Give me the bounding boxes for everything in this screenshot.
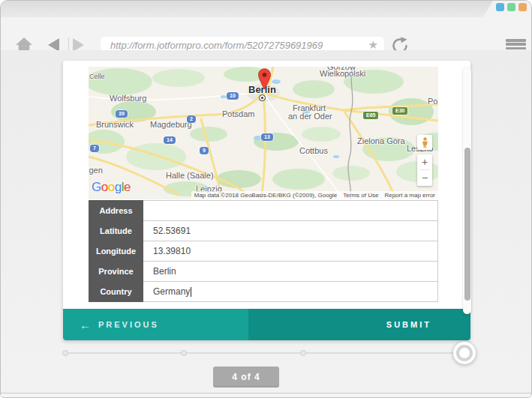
street-view-pegman-control[interactable] [417,135,432,150]
field-label: Longitude [89,241,143,262]
form-card: Celle Wolfsburg Brunswick Magdeburg Pots… [63,61,470,340]
map-data-text: Map data ©2018 GeoBasis-DE/BKG (©2009), … [191,191,341,199]
scrollbar-track[interactable] [463,67,471,314]
zoom-out-button[interactable]: − [417,170,432,185]
map-label: Brunswick [96,120,134,129]
left-arrow-icon: ← [80,319,91,331]
progress-handle-inner [456,345,473,361]
country-field[interactable]: Germany [143,281,438,302]
field-row-address: Address [89,200,438,221]
progress-dot-2 [181,350,187,356]
form-navigation: ← PREVIOUS SUBMIT [63,309,470,340]
field-label: Latitude [89,220,143,241]
road-shield: 13 [261,133,273,141]
road-shield: 10 [227,92,239,100]
road-shield: 9 [200,147,209,154]
field-label: Province [89,261,143,282]
tab-dot-blue[interactable] [496,3,504,11]
page-content: Celle Wolfsburg Brunswick Magdeburg Pots… [1,50,531,394]
map-label: Wielkopolski [320,69,365,78]
latitude-field[interactable]: 52.53691 [143,220,438,241]
location-fields: Address Latitude 52.53691 Longitude 13.3… [89,200,438,302]
submit-button-label: SUBMIT [386,320,431,329]
browser-tab[interactable] [483,1,531,17]
report-map-error-link[interactable]: Report a map error [381,191,438,199]
tab-dot-orange[interactable] [518,3,527,11]
pegman-icon [422,137,428,148]
google-logo[interactable]: Google [92,180,131,195]
province-field[interactable]: Berlin [143,261,438,282]
map-label: igen [89,166,103,175]
page-indicator-badge: 4 of 4 [213,367,279,388]
field-row-country: Country Germany [89,281,438,302]
previous-button[interactable]: ← PREVIOUS [63,309,248,340]
map-pin-icon[interactable] [258,68,271,90]
map-label: an der Oder [288,112,332,121]
road-shield: 7 [90,145,99,152]
url-text[interactable]: http://form.jotformpro.com/form/52072759… [110,40,323,51]
map-attribution: Map data ©2018 GeoBasis-DE/BKG (©2009), … [191,190,438,199]
text-cursor [191,287,191,297]
map-label: Cottbus [299,146,328,155]
progress-handle[interactable] [453,342,476,364]
field-row-province: Province Berlin [89,261,438,282]
map-label: Potsdam [222,109,254,118]
road-shield: E65 [363,112,378,119]
field-label: Country [89,281,143,302]
scrollbar-thumb[interactable] [464,148,470,301]
progress-dot-1 [62,350,68,356]
longitude-field[interactable]: 13.39810 [143,241,438,262]
previous-button-label: PREVIOUS [98,320,159,329]
address-field[interactable] [143,200,438,221]
map-zoom-control: + − [417,154,432,186]
field-label: Address [89,200,143,221]
field-row-longitude: Longitude 13.39810 [89,241,438,262]
road-shield: 39 [116,110,128,118]
road-shield: 2 [187,115,196,123]
browser-titlebar [1,1,531,17]
google-map[interactable]: Celle Wolfsburg Brunswick Magdeburg Pots… [89,67,438,199]
page-progress-track [65,352,464,354]
map-label: Celle [89,73,105,80]
map-label: Zielona Gora [357,136,405,145]
terms-of-use-link[interactable]: Terms of Use [340,191,381,199]
map-label: Magdeburg [150,120,192,129]
map-label: Po [428,97,437,106]
road-shield: E30 [392,107,407,115]
map-label: Wolfsburg [110,94,146,103]
zoom-in-button[interactable]: + [417,154,432,169]
browser-toolbar: http://form.jotformpro.com/form/52072759… [1,17,531,51]
tab-dot-green[interactable] [507,3,515,11]
progress-dot-3 [300,350,306,356]
berlin-center-marker [259,94,266,101]
road-shield: 14 [164,136,176,144]
field-row-latitude: Latitude 52.53691 [89,220,438,241]
window-footer-strip [1,394,531,398]
submit-button[interactable]: SUBMIT [248,309,470,340]
browser-window: http://form.jotformpro.com/form/52072759… [0,0,532,398]
map-label: Halle (Saale) [166,171,214,180]
